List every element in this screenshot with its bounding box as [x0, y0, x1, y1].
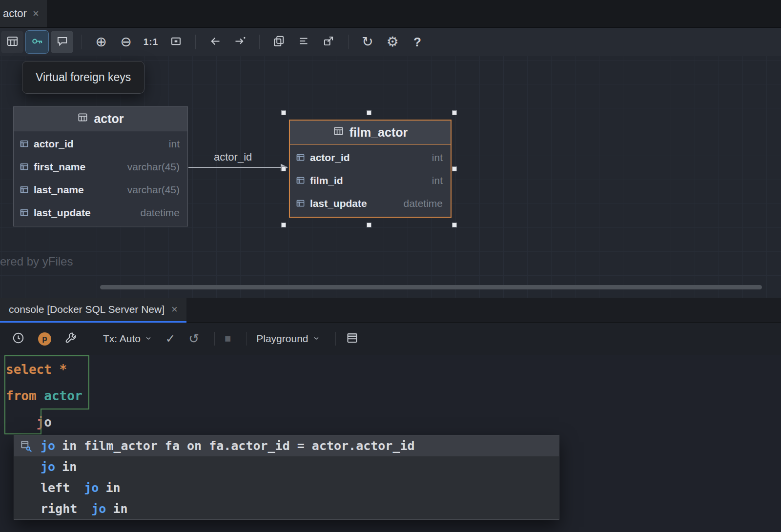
join-clause-icon [20, 440, 34, 452]
column-type: int [432, 175, 443, 186]
toolbar-separator [82, 35, 82, 49]
table-column-row[interactable]: last_namevarchar(45) [14, 178, 187, 201]
arrow-right-dot-icon [233, 35, 247, 50]
virtual-foreign-keys-button[interactable] [26, 31, 48, 53]
column-name: last_update [34, 207, 91, 219]
completion-item[interactable]: right join [14, 498, 559, 519]
column-icon [296, 176, 305, 185]
show-columns-button[interactable] [1, 31, 23, 53]
copy-diagram-button[interactable] [267, 31, 290, 53]
stop-button[interactable]: ■ [225, 332, 231, 345]
diagram-canvas[interactable]: actor_id Virtual foreign keys actor acto… [0, 56, 781, 298]
table-columns: actor_idintfilm_idintlast_updatedatetime [290, 145, 451, 217]
column-type: int [169, 138, 180, 150]
tx-mode-label: Tx: Auto [103, 333, 141, 345]
selection-frame: film_actor actor_idintfilm_idintlast_upd… [281, 110, 457, 227]
settings-button[interactable]: ⚙ [381, 31, 404, 53]
tab-label: console [Docker SQL Server New] [9, 304, 164, 315]
layout-direction-button[interactable] [204, 31, 226, 53]
zoom-in-button[interactable]: ⊕ [90, 31, 112, 53]
completion-item[interactable]: join film_actor fa on fa.actor_id = acto… [14, 435, 559, 456]
toolbar-separator [348, 35, 349, 49]
selection-handle[interactable] [281, 110, 286, 115]
column-type: datetime [403, 198, 443, 209]
copy-icon [272, 35, 285, 49]
zoom-out-button[interactable]: ⊖ [115, 31, 137, 53]
history-button[interactable] [12, 331, 25, 347]
gear-icon: ⚙ [386, 35, 398, 49]
completion-item[interactable]: join [14, 456, 559, 477]
close-icon[interactable]: × [33, 7, 39, 20]
diagram-tabstrip: actor × [0, 0, 781, 28]
table-column-row[interactable]: actor_idint [14, 132, 187, 155]
table-column-row[interactable]: film_idint [290, 169, 451, 192]
help-button[interactable]: ? [406, 31, 429, 53]
selection-handle[interactable] [281, 223, 286, 227]
console-settings-button[interactable] [64, 331, 78, 347]
chevron-down-icon [312, 333, 320, 345]
wrench-icon [64, 331, 78, 347]
table-node-actor[interactable]: actor actor_idintfirst_namevarchar(45)la… [13, 106, 188, 226]
column-type: varchar(45) [127, 184, 180, 196]
export-diagram-button[interactable] [317, 31, 340, 53]
profile-button[interactable]: p [38, 332, 51, 346]
toolbar-separator [214, 332, 215, 346]
code-line[interactable]: from actor [0, 383, 781, 409]
table-icon [333, 125, 344, 140]
code-area[interactable]: select *from actor jo [0, 355, 781, 435]
table-column-row[interactable]: last_updatedatetime [290, 192, 451, 215]
diagram-toolbar: ⊕ ⊖ 1:1 ↻ ⚙ ? [0, 28, 781, 56]
table-header[interactable]: film_actor [290, 121, 451, 145]
in-editor-results-button[interactable] [346, 331, 359, 347]
selection-handle[interactable] [281, 166, 286, 171]
show-comments-button[interactable] [51, 31, 73, 53]
toolbar-separator [195, 35, 196, 49]
column-name: actor_id [34, 138, 74, 150]
table-icon [77, 112, 88, 126]
tx-mode-dropdown[interactable]: Tx: Auto [103, 333, 152, 345]
key-icon [31, 35, 44, 50]
refresh-button[interactable]: ↻ [356, 31, 379, 53]
completion-list: join film_actor fa on fa.actor_id = acto… [14, 435, 559, 519]
table-column-row[interactable]: last_updatedatetime [14, 201, 187, 224]
selection-handle[interactable] [452, 166, 457, 171]
table-column-row[interactable]: actor_idint [290, 146, 451, 169]
check-icon: ✓ [165, 332, 175, 346]
export-icon [322, 35, 335, 49]
close-icon[interactable]: × [171, 303, 178, 316]
column-icon [296, 199, 305, 208]
sql-editor[interactable]: select *from actor jo join film_actor fa… [0, 355, 781, 532]
commit-button[interactable]: ✓ [165, 332, 175, 346]
table-node-film-actor[interactable]: film_actor actor_idintfilm_idintlast_upd… [289, 120, 452, 218]
selection-handle[interactable] [367, 223, 371, 227]
show-edge-labels-button[interactable] [228, 31, 251, 53]
result-rows-icon [346, 331, 359, 347]
column-name: actor_id [310, 152, 350, 164]
code-line[interactable]: jo [0, 409, 781, 435]
schema-label: Playground [256, 333, 308, 345]
completion-item[interactable]: left join [14, 477, 559, 498]
selection-handle[interactable] [452, 223, 457, 227]
schema-dropdown[interactable]: Playground [256, 333, 320, 345]
selection-handle[interactable] [452, 110, 457, 115]
actual-size-button[interactable]: 1:1 [140, 31, 162, 53]
rollback-button[interactable]: ↺ [188, 331, 199, 347]
toolbar-separator [93, 332, 93, 346]
console-tabstrip: console [Docker SQL Server New] × [0, 298, 781, 323]
column-icon [20, 185, 29, 194]
tab-console[interactable]: console [Docker SQL Server New] × [0, 298, 186, 323]
column-icon [296, 153, 305, 162]
tab-actor-diagram[interactable]: actor × [0, 0, 47, 27]
yfiles-watermark: ered by yFiles [0, 255, 73, 268]
horizontal-scrollbar[interactable] [100, 285, 762, 289]
clock-icon [12, 331, 25, 347]
selection-handle[interactable] [367, 110, 371, 115]
table-column-row[interactable]: first_namevarchar(45) [14, 155, 187, 178]
column-name: last_name [34, 184, 84, 196]
table-header[interactable]: actor [14, 107, 187, 131]
fit-content-button[interactable] [164, 31, 187, 53]
row-order-button[interactable] [292, 31, 315, 53]
help-icon: ? [413, 35, 421, 50]
code-line[interactable]: select * [0, 356, 781, 383]
table-grid-icon [6, 35, 19, 50]
